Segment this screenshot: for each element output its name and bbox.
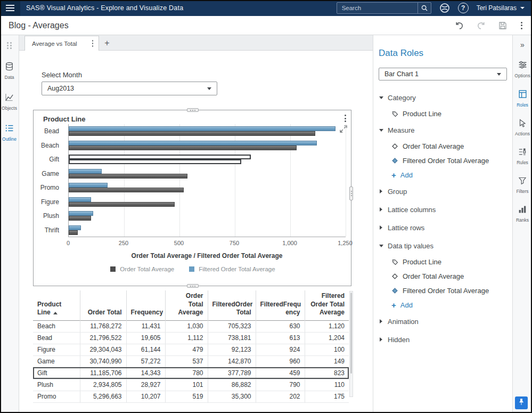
hamburger-menu-button[interactable]	[0, 0, 20, 16]
user-name: Teri Patsilaras	[477, 4, 517, 12]
legend-item[interactable]: Order Total Average	[110, 266, 174, 272]
sidebar-item-outline[interactable]: Outline	[0, 124, 19, 142]
caret-collapsed-icon[interactable]	[379, 207, 383, 212]
role-section-category[interactable]: Category	[379, 88, 507, 107]
role-item-order-total-average[interactable]: Order Total Average	[379, 269, 507, 284]
rail-grip-handle[interactable]	[7, 42, 12, 49]
app-header: SAS® Visual Analytics - Explore and Visu…	[0, 0, 532, 16]
bar-order-total-average[interactable]	[69, 159, 241, 164]
help-icon[interactable]: ?	[458, 3, 469, 13]
table-row[interactable]: Promo5,296,66310,20751935,300202175	[33, 391, 349, 402]
bar-chart-object[interactable]: Product Line BeadBeachGiftGamePromoFigur…	[33, 110, 351, 286]
rail-item-ranks[interactable]: Ranks	[513, 205, 532, 223]
rail-item-roles[interactable]: Roles	[513, 90, 532, 108]
chart-menu-icon[interactable]	[343, 114, 347, 123]
column-header[interactable]: Filtered Order Total Average	[305, 290, 349, 320]
bar-order-total-average[interactable]	[69, 230, 78, 235]
sas-home-icon[interactable]	[439, 3, 450, 13]
table-cell: Promo	[33, 391, 80, 402]
role-section-lattice-columns[interactable]: Lattice columns	[379, 200, 507, 218]
role-section-data-tip-values[interactable]: Data tip values	[379, 237, 507, 255]
role-section-label: Hidden	[388, 336, 410, 344]
role-section-measure[interactable]: Measure	[379, 121, 507, 139]
add-page-button[interactable]: +	[99, 36, 115, 50]
table-cell: 1,120	[305, 320, 349, 332]
add-role-button[interactable]: +Add	[379, 298, 507, 312]
bar-order-total-average[interactable]	[69, 202, 175, 207]
bar-filtered-order-total-average[interactable]	[69, 126, 335, 131]
tab-menu-icon[interactable]	[91, 39, 95, 48]
caret-expanded-icon[interactable]	[379, 96, 383, 99]
caret-collapsed-icon[interactable]	[379, 189, 383, 193]
table-cell: 1,204	[305, 332, 349, 344]
table-row[interactable]: Plush2,934,80528,92710186,882790110	[33, 379, 349, 391]
tab-average-vs-total[interactable]: Average vs Total	[24, 36, 99, 51]
user-menu[interactable]: Teri Patsilaras	[477, 4, 525, 12]
column-header[interactable]: Frequency	[126, 290, 165, 320]
bar-order-total-average[interactable]	[69, 188, 184, 192]
resize-handle-top[interactable]	[187, 108, 199, 112]
table-row[interactable]: Game30,740,99057,272537142,870960149	[33, 355, 349, 367]
column-header[interactable]: Order Total	[80, 290, 126, 320]
role-item-filtered-order-total-average[interactable]: Filtered Order Total Average	[379, 153, 507, 168]
actions-cursor-icon	[518, 119, 527, 129]
rail-item-options[interactable]: Options	[513, 60, 532, 78]
table-cell: 5,296,663	[80, 391, 126, 402]
search-icon[interactable]	[418, 3, 431, 13]
rail-item-actions[interactable]: Actions	[513, 119, 532, 136]
column-header[interactable]: Product Line	[33, 290, 80, 320]
column-header[interactable]: FilteredFrequ ency	[256, 290, 305, 320]
rail-item-filters[interactable]: Filters	[513, 176, 532, 194]
bar-filtered-order-total-average[interactable]	[69, 225, 81, 230]
table-cell: 202	[256, 391, 305, 402]
role-section-animation[interactable]: Animation	[379, 312, 507, 330]
bar-order-total-average[interactable]	[69, 174, 187, 179]
column-header[interactable]: Order Total Average	[165, 290, 208, 320]
rail-item-rules[interactable]: Rules	[513, 148, 532, 165]
sidebar-item-objects[interactable]: Objects	[0, 93, 19, 111]
table-row[interactable]: Beach11,768,27211,4311,030705,3236301,12…	[33, 320, 349, 332]
table-cell: 57,272	[126, 355, 165, 367]
resize-handle-right[interactable]	[349, 187, 353, 200]
caret-collapsed-icon[interactable]	[379, 225, 383, 230]
caret-collapsed-icon[interactable]	[379, 337, 383, 342]
pin-panel-button[interactable]	[515, 396, 528, 409]
caret-expanded-icon[interactable]	[379, 129, 383, 132]
legend-item[interactable]: Filtered Order Total Average	[189, 266, 275, 272]
role-section-group[interactable]: Group	[379, 182, 507, 200]
caret-expanded-icon[interactable]	[379, 245, 383, 247]
bar-filtered-order-total-average[interactable]	[69, 169, 102, 174]
role-section-hidden[interactable]: Hidden	[379, 330, 507, 349]
report-overflow-menu-icon[interactable]	[520, 21, 523, 30]
bar-filtered-order-total-average[interactable]	[69, 183, 108, 188]
role-section-lattice-rows[interactable]: Lattice rows	[379, 218, 507, 237]
table-row[interactable]: Gift11,185,70614,343780377,789459823	[33, 367, 349, 379]
table-row[interactable]: Bead21,796,52219,6051,112738,1816131,204	[33, 332, 349, 344]
bar-filtered-order-total-average[interactable]	[69, 197, 91, 202]
add-role-button[interactable]: +Add	[379, 168, 507, 182]
bar-filtered-order-total-average[interactable]	[69, 155, 251, 159]
month-select[interactable]: Aug2013	[42, 82, 217, 95]
table-row[interactable]: Figure29,304,04361,14447992,123924100	[33, 344, 349, 355]
bar-order-total-average[interactable]	[69, 131, 315, 136]
collapse-panel-icon[interactable]: »	[513, 41, 532, 49]
role-item-order-total-average[interactable]: Order Total Average	[379, 139, 507, 153]
role-item-product-line[interactable]: Product Line	[379, 255, 507, 269]
bar-filtered-order-total-average[interactable]	[69, 141, 317, 145]
caret-collapsed-icon[interactable]	[379, 319, 383, 323]
role-item-filtered-order-total-average[interactable]: Filtered Order Total Average	[379, 284, 507, 298]
undo-button[interactable]	[455, 21, 464, 30]
table-scrollbar-thumb[interactable]	[350, 293, 352, 374]
object-select[interactable]: Bar Chart 1	[379, 68, 507, 80]
role-item-product-line[interactable]: Product Line	[379, 107, 507, 121]
redo-button[interactable]	[477, 21, 486, 30]
resize-handle-bottom[interactable]	[187, 284, 199, 288]
bar-filtered-order-total-average[interactable]	[69, 211, 93, 216]
save-button[interactable]	[498, 21, 507, 30]
bar-order-total-average[interactable]	[69, 145, 297, 150]
bar-order-total-average[interactable]	[69, 216, 91, 221]
sidebar-item-data[interactable]: Data	[0, 62, 19, 80]
search-input[interactable]: Search	[337, 2, 431, 14]
table-scrollbar[interactable]	[349, 291, 353, 397]
column-header[interactable]: FilteredOrder Total	[208, 290, 256, 320]
